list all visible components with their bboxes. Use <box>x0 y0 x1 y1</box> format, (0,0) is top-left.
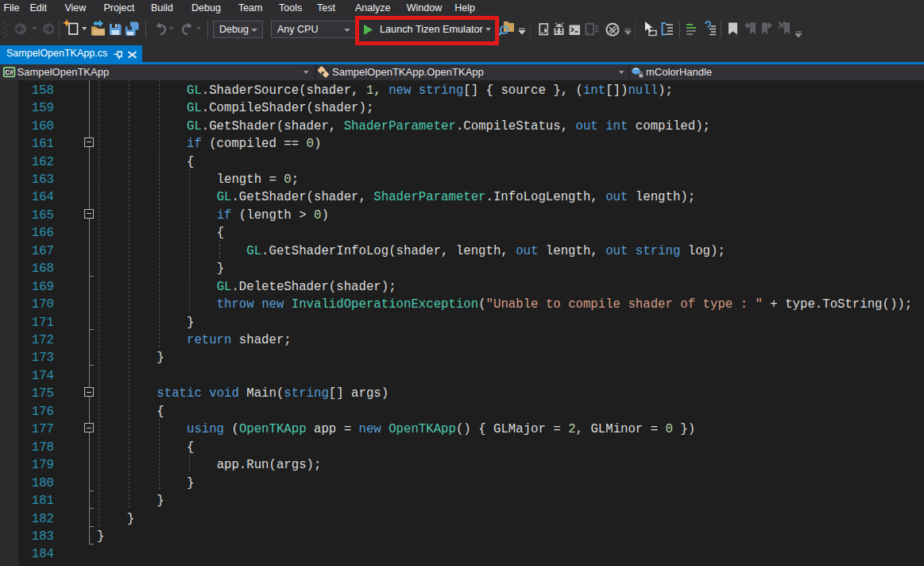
svg-text:C#: C# <box>5 68 14 76</box>
